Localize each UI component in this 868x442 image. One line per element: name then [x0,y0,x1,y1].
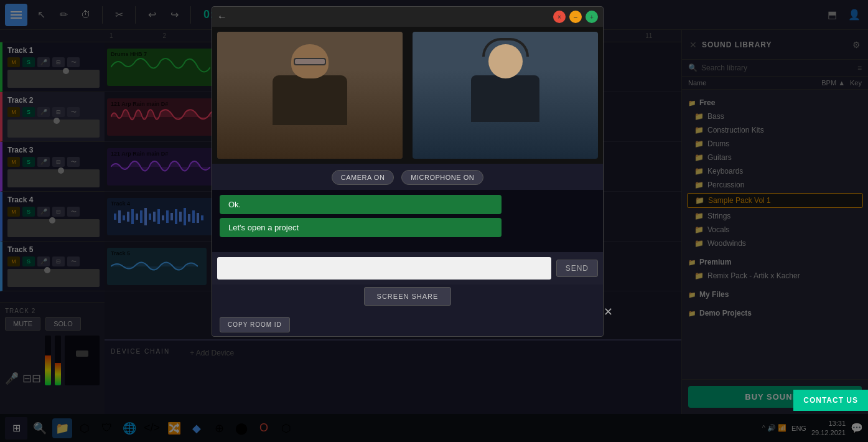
modal-video-area [212,27,603,164]
video-chat-modal: ← × – + [212,6,604,337]
person1-glasses [294,58,326,65]
modal-overlay: ← × – + [0,0,868,442]
screen-share-button[interactable]: SCREEN SHARE [364,287,451,306]
chat-input[interactable] [217,257,551,280]
person2-body [471,75,539,122]
person1-body [273,75,347,125]
modal-maximize-button[interactable]: + [586,11,598,23]
video-feed-2 [413,32,598,159]
contact-us-button[interactable]: CONTACT US [793,390,868,411]
modal-header: ← × – + [212,7,603,27]
modal-outer-close[interactable]: ✕ [604,305,613,319]
modal-chat-area: Ok. Let's open a project [212,190,603,252]
modal-input-area: SEND [212,252,603,284]
screen-share-section: SCREEN SHARE [212,284,603,313]
send-button[interactable]: SEND [556,260,598,277]
chat-message-1: Ok. [220,195,502,214]
modal-window-controls: × – + [553,11,598,23]
person1-figure [217,32,403,159]
camera-on-button[interactable]: CAMERA ON [332,170,394,185]
chat-message-2: Let's open a project [220,218,502,237]
person2-figure [413,32,598,159]
modal-camera-controls: CAMERA ON MICROPHONE ON [212,164,603,190]
modal-back-button[interactable]: ← [217,11,227,22]
microphone-on-button[interactable]: MICROPHONE ON [401,170,483,185]
person2-head [488,44,523,78]
person2-headphones [482,38,529,57]
modal-minimize-button[interactable]: – [569,11,582,23]
copy-room-section: COPY ROOM ID [212,313,603,336]
copy-room-button[interactable]: COPY ROOM ID [220,317,290,332]
person1-head [291,44,329,78]
modal-close-button[interactable]: × [553,11,566,23]
video-feed-1 [217,32,403,159]
